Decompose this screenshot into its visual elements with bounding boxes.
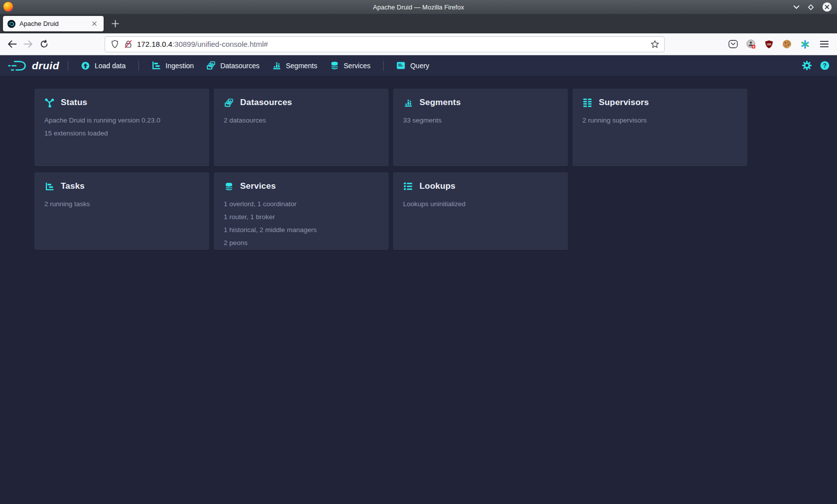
- profile-extension-icon[interactable]: [746, 39, 756, 49]
- tab-close-icon[interactable]: [89, 19, 99, 29]
- gantt-icon: [152, 61, 160, 70]
- nav-item-label: Datasources: [220, 62, 260, 70]
- card-line: 2 peons: [224, 237, 379, 250]
- firefox-logo-icon: [3, 1, 13, 12]
- card-supervisors[interactable]: Supervisors 2 running supervisors: [572, 89, 747, 166]
- url-host: 172.18.0.4: [137, 40, 172, 48]
- nav-item-label: Services: [344, 62, 371, 70]
- navbar-items: Load data Ingestion Datasources Segments…: [61, 55, 436, 76]
- card-line: 1 overlord, 1 coordinator: [224, 198, 379, 211]
- console-home: Status Apache Druid is running version 0…: [0, 76, 837, 250]
- gantt-icon: [44, 181, 54, 191]
- navbar-divider: [139, 61, 139, 71]
- card-line: 33 segments: [403, 114, 558, 127]
- card-line: 1 router, 1 broker: [224, 211, 379, 224]
- new-tab-button[interactable]: [108, 16, 123, 31]
- database-icon: [224, 181, 234, 191]
- hamburger-menu-icon[interactable]: [818, 38, 830, 50]
- druid-brand-text: druid: [32, 60, 61, 72]
- druid-favicon-icon: [7, 20, 15, 28]
- window-titlebar: Apache Druid — Mozilla Firefox: [0, 0, 837, 14]
- spark-icon[interactable]: [800, 39, 810, 49]
- card-line: Apache Druid is running version 0.23.0: [44, 114, 199, 127]
- window-controls: [793, 0, 832, 14]
- nav-item-label: Query: [410, 62, 429, 70]
- url-text: 172.18.0.4:30899/unified-console.html#: [137, 40, 646, 48]
- back-button[interactable]: [4, 36, 20, 52]
- tab-title: Apache Druid: [19, 20, 85, 27]
- cookie-icon[interactable]: [782, 39, 792, 49]
- database-icon: [330, 61, 339, 70]
- status-cards-grid: Status Apache Druid is running version 0…: [34, 89, 837, 250]
- window-maximize-button[interactable]: [808, 4, 814, 10]
- druid-logo-icon: [7, 59, 28, 73]
- tab-strip: Apache Druid: [0, 14, 837, 33]
- druid-brand[interactable]: druid: [7, 59, 61, 73]
- upload-icon: [81, 61, 90, 70]
- bookmark-star-icon[interactable]: [650, 40, 659, 49]
- card-title: Status: [61, 98, 87, 108]
- toolbar-extensions: UO: [728, 38, 833, 50]
- nav-item-ingestion[interactable]: Ingestion: [145, 55, 200, 76]
- console-icon: [397, 61, 405, 70]
- stacked-chart-icon: [273, 61, 281, 70]
- card-status[interactable]: Status Apache Druid is running version 0…: [34, 89, 209, 166]
- svg-text:UO: UO: [767, 42, 771, 45]
- multi-select-icon: [207, 61, 215, 70]
- card-title: Tasks: [61, 181, 85, 191]
- card-line: 2 running supervisors: [582, 114, 737, 127]
- tracking-shield-icon[interactable]: [110, 40, 119, 49]
- card-line: 2 running tasks: [44, 198, 199, 211]
- insecure-lock-icon[interactable]: [124, 40, 133, 49]
- ublock-origin-icon[interactable]: UO: [764, 39, 774, 49]
- nav-item-label: Segments: [286, 62, 317, 70]
- nav-item-services[interactable]: Services: [324, 55, 377, 76]
- card-line: Lookups uninitialized: [403, 198, 558, 211]
- window-title: Apache Druid — Mozilla Firefox: [373, 3, 464, 11]
- tab-apache-druid[interactable]: Apache Druid: [3, 16, 104, 31]
- navbar-right: ?: [802, 61, 830, 71]
- nav-item-query[interactable]: Query: [390, 55, 435, 76]
- multi-select-icon: [224, 98, 234, 108]
- browser-toolbar: 172.18.0.4:30899/unified-console.html# U…: [0, 33, 837, 55]
- pocket-icon[interactable]: [728, 39, 738, 49]
- url-bar[interactable]: 172.18.0.4:30899/unified-console.html#: [105, 36, 665, 52]
- navbar-divider: [383, 61, 384, 71]
- card-line: 1 historical, 2 middle managers: [224, 224, 379, 237]
- card-title: Datasources: [240, 98, 292, 108]
- list-columns-icon: [582, 98, 592, 108]
- url-path: :30899/unified-console.html#: [172, 40, 268, 48]
- properties-icon: [403, 181, 413, 191]
- card-lookups[interactable]: Lookups Lookups uninitialized: [393, 172, 568, 250]
- stacked-chart-icon: [403, 98, 413, 108]
- navbar-divider: [68, 61, 68, 71]
- nav-item-datasources[interactable]: Datasources: [200, 55, 266, 76]
- help-icon[interactable]: ?: [820, 61, 830, 71]
- extension-icons: UO: [728, 39, 810, 49]
- forward-button[interactable]: [20, 36, 36, 52]
- card-title: Lookups: [419, 181, 455, 191]
- reload-button[interactable]: [36, 36, 52, 52]
- nav-item-load-data[interactable]: Load data: [75, 55, 132, 76]
- card-services[interactable]: Services 1 overlord, 1 coordinator1 rout…: [214, 172, 389, 250]
- card-title: Supervisors: [599, 98, 649, 108]
- nav-item-label: Load data: [95, 62, 126, 70]
- card-segments[interactable]: Segments 33 segments: [393, 89, 568, 166]
- svg-text:?: ?: [823, 62, 826, 69]
- druid-navbar: druid Load data Ingestion Datasources Se…: [0, 55, 837, 76]
- card-title: Segments: [419, 98, 461, 108]
- card-title: Services: [240, 181, 276, 191]
- window-close-button[interactable]: [822, 2, 832, 12]
- nav-item-label: Ingestion: [165, 62, 194, 70]
- graph-icon: [44, 98, 54, 108]
- card-datasources[interactable]: Datasources 2 datasources: [214, 89, 389, 166]
- window-minimize-button[interactable]: [793, 5, 800, 9]
- nav-item-segments[interactable]: Segments: [266, 55, 324, 76]
- settings-gear-icon[interactable]: [802, 61, 812, 71]
- card-line: 2 datasources: [224, 114, 379, 127]
- card-tasks[interactable]: Tasks 2 running tasks: [34, 172, 209, 250]
- card-line: 15 extensions loaded: [44, 127, 199, 140]
